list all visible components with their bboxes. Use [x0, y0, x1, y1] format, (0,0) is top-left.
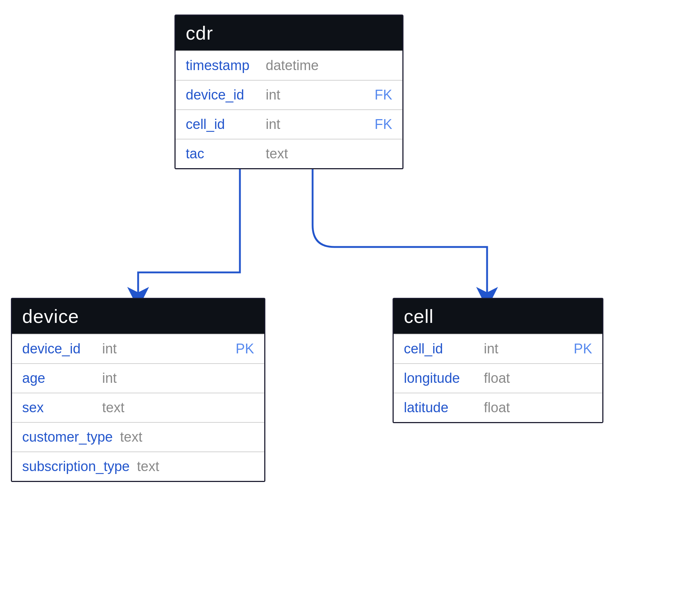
field-name: age	[22, 370, 95, 386]
field-name: device_id	[186, 87, 258, 103]
field-type: text	[266, 146, 363, 162]
field-key: FK	[370, 87, 392, 103]
field-type: int	[266, 117, 363, 132]
table-cdr: cdr timestamp datetime device_id int FK …	[174, 15, 403, 169]
cdr-table-name: cdr	[186, 23, 213, 44]
cdr-table-header: cdr	[176, 16, 402, 50]
table-row: latitude float	[394, 393, 602, 422]
cell-table-header: cell	[394, 299, 602, 334]
field-type: int	[102, 370, 225, 386]
table-row: device_id int FK	[176, 80, 402, 109]
cell-table-name: cell	[404, 306, 434, 327]
field-key: PK	[570, 341, 592, 357]
field-name: subscription_type	[22, 459, 130, 474]
diagram-container: cdr timestamp datetime device_id int FK …	[0, 0, 679, 616]
device-table-name: device	[22, 306, 79, 327]
table-row: tac text	[176, 139, 402, 168]
field-name: latitude	[404, 400, 477, 416]
table-row: longitude float	[394, 363, 602, 393]
field-type: text	[120, 429, 225, 445]
table-row: sex text	[12, 393, 264, 422]
table-row: device_id int PK	[12, 334, 264, 363]
device-table-header: device	[12, 299, 264, 334]
field-name: cell_id	[186, 117, 258, 132]
field-key: FK	[370, 117, 392, 132]
field-type: text	[102, 400, 225, 416]
field-type: int	[102, 341, 225, 357]
table-row: subscription_type text	[12, 451, 264, 481]
table-row: customer_type text	[12, 422, 264, 451]
field-type: int	[266, 87, 363, 103]
field-name: timestamp	[186, 58, 258, 73]
field-type: float	[484, 400, 563, 416]
table-cell: cell cell_id int PK longitude float lati…	[393, 298, 603, 423]
field-name: device_id	[22, 341, 95, 357]
table-row: cell_id int FK	[176, 109, 402, 139]
field-name: sex	[22, 400, 95, 416]
table-row: age int	[12, 363, 264, 393]
field-name: cell_id	[404, 341, 477, 357]
field-type: int	[484, 341, 563, 357]
field-type: datetime	[266, 58, 363, 73]
table-device: device device_id int PK age int sex text…	[11, 298, 265, 482]
field-type: text	[137, 459, 225, 474]
field-name: tac	[186, 146, 258, 162]
field-name: customer_type	[22, 429, 113, 445]
field-type: float	[484, 370, 563, 386]
field-key: PK	[232, 341, 254, 357]
table-row: cell_id int PK	[394, 334, 602, 363]
field-name: longitude	[404, 370, 477, 386]
table-row: timestamp datetime	[176, 50, 402, 80]
